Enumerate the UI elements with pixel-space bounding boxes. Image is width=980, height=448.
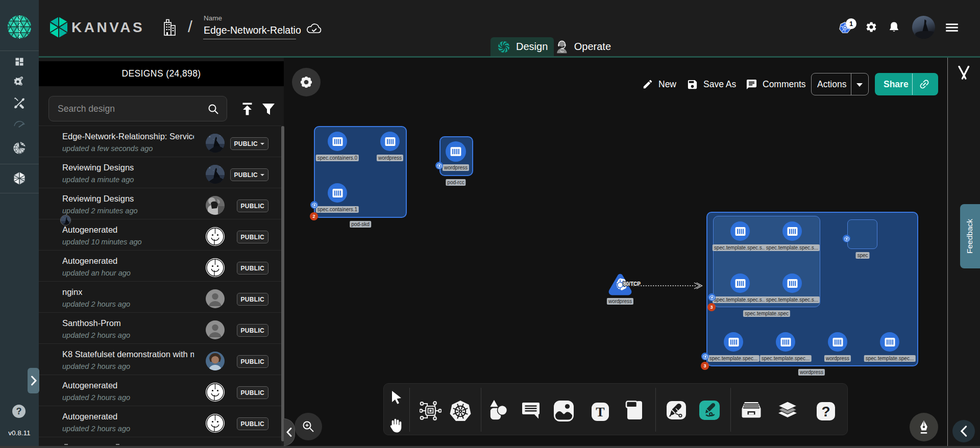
svg-text:?: ?: [821, 404, 830, 419]
svg-text:T: T: [596, 405, 604, 419]
svg-text:80/TCP: 80/TCP: [623, 281, 641, 287]
